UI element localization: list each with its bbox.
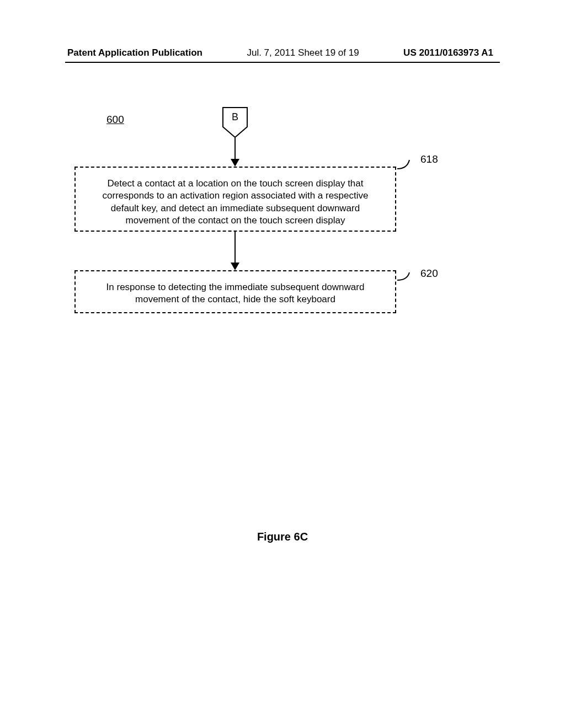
arrow-618-to-620 bbox=[234, 232, 236, 265]
flowchart-step-620: In response to detecting the immediate s… bbox=[74, 270, 396, 313]
flowchart-step-618: Detect a contact at a location on the to… bbox=[74, 167, 396, 232]
arrowhead-icon bbox=[231, 263, 239, 270]
page-header: Patent Application Publication Jul. 7, 2… bbox=[0, 47, 565, 58]
connector-label: B bbox=[222, 111, 248, 123]
reference-numeral-620: 620 bbox=[420, 267, 438, 280]
figure-caption: Figure 6C bbox=[0, 531, 565, 543]
header-date-sheet: Jul. 7, 2011 Sheet 19 of 19 bbox=[247, 47, 359, 58]
step-620-text: In response to detecting the immediate s… bbox=[106, 282, 365, 304]
patent-sheet: Patent Application Publication Jul. 7, 2… bbox=[0, 0, 565, 728]
flowchart-connector-b: B bbox=[222, 107, 248, 138]
leader-line-618 bbox=[397, 159, 419, 175]
arrowhead-icon bbox=[231, 159, 239, 167]
flowchart-number: 600 bbox=[106, 114, 124, 126]
header-divider bbox=[65, 62, 500, 63]
header-publication-type: Patent Application Publication bbox=[67, 47, 202, 58]
leader-line-620 bbox=[397, 271, 419, 288]
header-publication-number: US 2011/0163973 A1 bbox=[403, 47, 493, 58]
reference-numeral-618: 618 bbox=[420, 153, 438, 165]
step-618-text: Detect a contact at a location on the to… bbox=[103, 178, 369, 226]
